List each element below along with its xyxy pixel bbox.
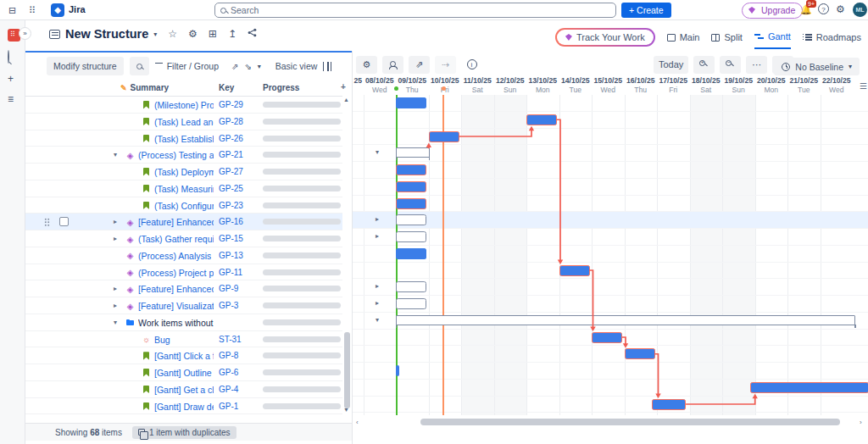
row-summary[interactable]: (Task) Lead and ma	[154, 117, 214, 127]
scrollbar-thumb[interactable]	[420, 419, 840, 425]
filter-group-button[interactable]: Filter / Group	[155, 61, 219, 71]
structure-title-group[interactable]: New Structure ▾	[49, 27, 157, 41]
zoom-in-button[interactable]: +	[693, 56, 715, 74]
table-row-GP-3[interactable]: ▸◈[Feature] Visualization oGP-3	[25, 297, 342, 314]
row-summary[interactable]: (Process) Analysis	[138, 251, 211, 261]
structure-settings-gear-icon[interactable]: ⚙	[188, 28, 198, 40]
sidebar-toggle-icon[interactable]: ⊟	[8, 0, 16, 20]
gantt-bar-GP-21[interactable]	[396, 147, 430, 158]
row-summary[interactable]: (Task) Gather requireme	[138, 234, 214, 244]
rail-search-icon[interactable]	[8, 51, 9, 63]
gantt-bar-work-items[interactable]	[396, 315, 855, 325]
gantt-expander-GP-16[interactable]: ▸	[376, 215, 379, 223]
row-summary[interactable]: [Feature] Enhanced repo	[138, 284, 214, 294]
table-row-work-items[interactable]: ▾Work items without a pa	[25, 314, 342, 331]
row-expander[interactable]: ▸	[114, 302, 117, 309]
table-row-GP-28[interactable]: (Task) Lead and maGP-28	[25, 114, 342, 130]
gantt-bar-GP-13[interactable]	[396, 248, 426, 259]
gantt-bar-GP-16[interactable]	[396, 214, 426, 225]
create-button[interactable]: + Create	[621, 3, 671, 18]
row-summary[interactable]: [Gantt] Draw depe	[154, 402, 214, 412]
gantt-horizontal-scrollbar[interactable]: ‹ ›	[353, 417, 868, 427]
gantt-bar-GP-29[interactable]	[396, 97, 426, 108]
row-expander[interactable]: ▸	[114, 218, 117, 225]
column-key[interactable]: Key	[219, 83, 234, 92]
help-icon[interactable]: ?	[818, 3, 829, 14]
row-summary[interactable]: (Task) Configuring	[154, 201, 214, 211]
row-summary[interactable]: [Gantt] Outline you	[154, 368, 214, 378]
gantt-bar-ST-31[interactable]	[592, 332, 622, 343]
row-expander[interactable]: ▾	[114, 151, 117, 158]
column-summary[interactable]: ✎Summary	[120, 83, 169, 92]
gantt-bar-GP-15[interactable]	[396, 231, 426, 242]
app-switcher-icon[interactable]: ⠿	[29, 0, 36, 20]
baseline-selector[interactable]: No Baseline ▾	[774, 58, 860, 75]
row-key[interactable]: ST-31	[219, 335, 242, 344]
row-summary[interactable]: (Process) Testing and de	[138, 150, 214, 160]
row-key[interactable]: GP-23	[219, 201, 243, 210]
drag-handle-icon[interactable]	[44, 218, 50, 226]
row-summary[interactable]: [Gantt] Click a field	[154, 351, 214, 361]
more-options-button[interactable]: ⋯	[746, 56, 767, 74]
row-key[interactable]: GP-6	[219, 368, 238, 377]
gantt-expander-work-items[interactable]: ▾	[376, 316, 379, 324]
modify-structure-button[interactable]: Modify structure	[47, 57, 124, 75]
table-row-GP-16[interactable]: ▸◈[Feature] Enhanced mapGP-16	[25, 214, 342, 230]
row-key[interactable]: GP-13	[219, 251, 243, 260]
dependencies-button[interactable]: ⇢	[435, 56, 456, 74]
row-key[interactable]: GP-11	[219, 268, 242, 277]
table-row-GP-11[interactable]: ◈(Process) Project planingGP-11	[25, 264, 342, 281]
columns-icon[interactable]	[323, 62, 331, 71]
upgrade-button[interactable]: Upgrade	[742, 3, 803, 19]
table-row-GP-23[interactable]: (Task) ConfiguringGP-23	[25, 197, 342, 214]
table-row-GP-13[interactable]: ◈(Process) AnalysisGP-13	[25, 247, 342, 264]
row-expander[interactable]: ▾	[114, 319, 117, 326]
row-key[interactable]: GP-16	[219, 217, 243, 226]
add-column-icon[interactable]: +	[341, 82, 346, 92]
track-your-work-button[interactable]: Track Your Work	[555, 28, 655, 47]
table-row-GP-6[interactable]: [Gantt] Outline youGP-6	[25, 364, 342, 381]
table-row-GP-1[interactable]: [Gantt] Draw depeGP-1	[25, 398, 342, 415]
today-button[interactable]: Today	[654, 56, 688, 74]
expand-all-icon[interactable]: ⇗	[231, 62, 238, 71]
table-row-GP-15[interactable]: ▸◈(Task) Gather requiremeGP-15	[25, 230, 342, 247]
table-row-ST-31[interactable]: ☼BugST-31	[25, 331, 342, 348]
row-summary[interactable]: Work items without a pa	[138, 318, 214, 328]
row-summary[interactable]: (Process) Project planing	[138, 268, 214, 278]
settings-gear-icon[interactable]: ⚙	[836, 3, 845, 15]
row-key[interactable]: GP-8	[219, 351, 238, 360]
row-key[interactable]: GP-1	[219, 402, 238, 411]
info-button[interactable]: i	[461, 56, 482, 74]
chevron-down-icon[interactable]: ▾	[258, 63, 261, 70]
table-row-GP-29[interactable]: (Milestone) ProjectGP-29	[25, 97, 342, 114]
row-key[interactable]: GP-21	[219, 150, 243, 159]
add-board-icon[interactable]: ⊞	[209, 28, 217, 40]
favorite-star-icon[interactable]: ☆	[168, 28, 177, 40]
resources-button[interactable]	[382, 56, 403, 74]
view-selector[interactable]: Basic view	[275, 61, 318, 71]
share-icon[interactable]	[248, 28, 257, 40]
table-row-GP-26[interactable]: (Task) Establish a pGP-26	[25, 130, 342, 147]
scroll-right-arrow[interactable]: ›	[860, 419, 862, 426]
table-row-GP-25[interactable]: (Task) Measuring aGP-25	[25, 180, 342, 197]
search-input[interactable]: Search	[214, 3, 616, 18]
rail-add-icon[interactable]: +	[8, 73, 14, 85]
table-row-GP-4[interactable]: [Gantt] Get a clearGP-4	[25, 381, 342, 398]
gantt-settings-button[interactable]: ⚙	[356, 56, 377, 74]
duplicates-badge[interactable]: 1 item with duplicates	[132, 426, 236, 439]
gantt-bar-GP-11[interactable]	[559, 265, 590, 276]
rail-list-icon[interactable]: ≡	[8, 93, 14, 105]
row-key[interactable]: GP-27	[219, 167, 243, 176]
gantt-bar-GP-3[interactable]	[396, 298, 426, 309]
gantt-bar-GP-23[interactable]	[396, 198, 426, 209]
jira-logo[interactable]: ◆	[51, 3, 64, 17]
auto-schedule-button[interactable]: ⇗	[409, 56, 430, 74]
row-summary[interactable]: [Feature] Enhanced map	[138, 217, 214, 227]
gantt-bar-GP-9[interactable]	[396, 281, 426, 292]
row-expander[interactable]: ▸	[114, 285, 117, 292]
gantt-bar-GP-1[interactable]	[652, 399, 686, 410]
gantt-bar-GP-4[interactable]	[750, 382, 868, 393]
gantt-bar-GP-26[interactable]	[429, 131, 459, 142]
row-summary[interactable]: [Feature] Visualization o	[138, 301, 214, 311]
row-key[interactable]: GP-28	[219, 117, 243, 126]
